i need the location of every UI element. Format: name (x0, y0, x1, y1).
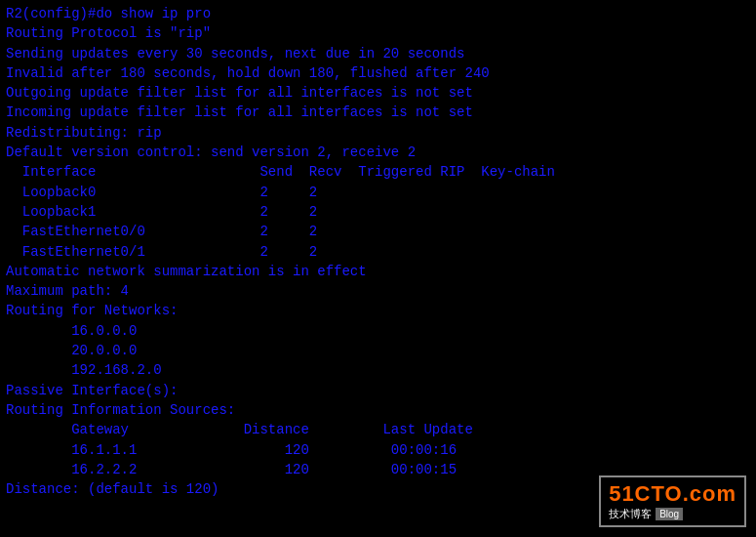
terminal-line-5: Outgoing update filter list for all inte… (6, 83, 750, 103)
terminal-line-22: Gateway Distance Last Update (6, 420, 750, 439)
terminal-line-2: Routing Protocol is "rip" (6, 23, 750, 43)
terminal-line-18: 20.0.0.0 (6, 341, 750, 360)
terminal-line-20: Passive Interface(s): (6, 381, 750, 400)
terminal-line-16: Routing for Networks: (6, 301, 750, 320)
logo-chinese-text: 技术博客 (609, 507, 652, 521)
terminal-line-9: Interface Send Recv Triggered RIP Key-ch… (6, 162, 750, 182)
terminal-line-11: Loopback1 2 2 (6, 202, 750, 222)
terminal-window: R2(config)#do show ip pro Routing Protoc… (0, 0, 756, 537)
terminal-line-13: FastEthernet0/1 2 2 (6, 242, 750, 262)
terminal-line-17: 16.0.0.0 (6, 321, 750, 341)
logo-blog-badge: Blog (656, 508, 683, 520)
terminal-line-4: Invalid after 180 seconds, hold down 180… (6, 63, 750, 83)
terminal-line-14: Automatic network summarization is in ef… (6, 262, 750, 281)
terminal-line-12: FastEthernet0/0 2 2 (6, 222, 750, 241)
terminal-line-19: 192.168.2.0 (6, 360, 750, 380)
terminal-line-6: Incoming update filter list for all inte… (6, 103, 750, 122)
terminal-line-1: R2(config)#do show ip pro (6, 4, 750, 23)
terminal-line-15: Maximum path: 4 (6, 281, 750, 301)
terminal-line-23: 16.1.1.1 120 00:00:16 (6, 440, 750, 460)
terminal-line-8: Default version control: send version 2,… (6, 143, 750, 162)
terminal-line-10: Loopback0 2 2 (6, 183, 750, 202)
terminal-line-3: Sending updates every 30 seconds, next d… (6, 44, 750, 63)
terminal-line-21: Routing Information Sources: (6, 400, 750, 420)
terminal-line-7: Redistributing: rip (6, 123, 750, 143)
logo-main-text: 51CTO.com (609, 481, 736, 507)
logo-watermark: 51CTO.com 技术博客 Blog (599, 475, 746, 527)
logo-sub-text: 技术博客 Blog (609, 507, 736, 521)
